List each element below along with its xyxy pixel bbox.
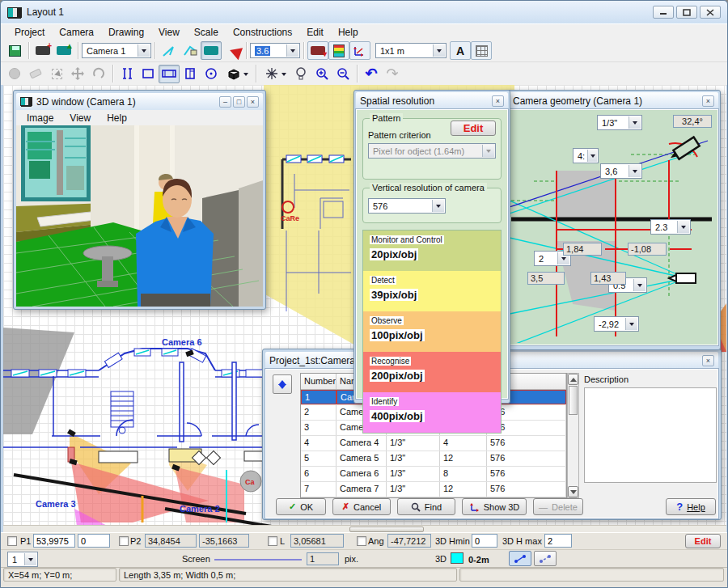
circle-tool-button[interactable] <box>201 65 222 83</box>
grid-size-select[interactable]: 1x1 m <box>375 43 447 58</box>
ang-checkbox[interactable] <box>357 536 366 546</box>
maximize-button[interactable] <box>676 6 697 19</box>
status-dimensions: Length 3,35 m; Width 0,5 m; <box>119 568 457 582</box>
band-observe[interactable]: Observe100pix/obj <box>363 311 501 352</box>
menu-view[interactable]: View <box>151 25 187 40</box>
pattern-edit-button[interactable]: Edit <box>451 121 496 136</box>
load-camera-button[interactable]: ▲ <box>53 41 74 60</box>
save-button[interactable] <box>4 41 25 60</box>
hmax-input[interactable] <box>544 534 572 548</box>
band-identify[interactable]: Identify400pix/obj <box>363 392 501 433</box>
resolution-scale-button[interactable] <box>328 41 349 60</box>
sensor-format-select[interactable]: 1/3" <box>597 115 642 130</box>
menu-scale[interactable]: Scale <box>187 25 226 40</box>
table-scrollbar[interactable] <box>567 373 579 498</box>
hmin-input[interactable] <box>472 534 497 548</box>
menu-constructions[interactable]: Constructions <box>226 25 299 40</box>
viewport3d-minimize-button[interactable]: – <box>219 96 231 108</box>
view-cone-button[interactable] <box>222 41 243 60</box>
angle-tool-icon[interactable] <box>159 41 180 60</box>
viewport3d-menu-help[interactable]: Help <box>99 111 134 125</box>
menu-edit[interactable]: Edit <box>299 25 331 40</box>
zoom-in-button[interactable] <box>311 65 332 83</box>
viewport3d-scene[interactable] <box>16 125 263 307</box>
snap-mode-button[interactable] <box>260 65 290 83</box>
cancel-button[interactable]: ✗Cancel <box>332 498 391 515</box>
menu-project[interactable]: Project <box>7 25 52 40</box>
drawing-canvas[interactable]: CaRe <box>3 85 726 525</box>
canvas-hscrollbar[interactable] <box>3 525 726 532</box>
col-number[interactable]: Number <box>301 374 336 389</box>
range-color-swatch[interactable] <box>451 552 463 564</box>
l-checkbox[interactable] <box>268 536 277 546</box>
help-button[interactable]: ?Help <box>666 498 716 515</box>
text-tool-button[interactable]: A <box>450 41 471 60</box>
menu-camera[interactable]: Camera <box>52 25 101 40</box>
ok-button[interactable]: ✓OK <box>276 498 326 515</box>
door-tool-button[interactable] <box>180 65 201 83</box>
find-button[interactable]: Find <box>397 498 455 515</box>
dim-a-readout: 3,5 <box>527 272 565 285</box>
description-textarea[interactable] <box>584 387 717 483</box>
minimize-button[interactable] <box>653 6 674 19</box>
table-row[interactable]: 5Camera 51/3"12576 <box>301 451 566 467</box>
app-icon <box>7 7 22 18</box>
aspect-ratio-select[interactable]: 4: <box>573 148 599 163</box>
focal-length-geom-select[interactable]: 3,6 <box>600 163 642 179</box>
vres-group: Vertical resolution of camera 576 <box>362 188 502 223</box>
camera-select[interactable]: Camera 1 <box>82 43 151 58</box>
menu-drawing[interactable]: Drawing <box>101 25 151 40</box>
status-coordinates: X=54 m; Y=0 m; <box>3 568 116 582</box>
viewport3d-window: 3D window (Camera 1) – □ × Image View He… <box>13 90 266 310</box>
p2-checkbox[interactable] <box>119 536 129 546</box>
layer-select[interactable]: 1 <box>7 552 38 567</box>
column-tool-button[interactable] <box>116 65 138 83</box>
grid-toggle-button[interactable] <box>471 41 492 60</box>
spatial-close-button[interactable]: × <box>492 95 504 107</box>
geometry-diagram[interactable]: 1/3" 32,4° 4: 3,6 2.3 2 0.5 -2,92 1,84 -… <box>509 109 718 345</box>
geometry-close-button[interactable]: × <box>702 95 714 107</box>
stop-button <box>4 65 25 83</box>
p1-checkbox[interactable] <box>7 536 17 546</box>
table-row[interactable]: 6Camera 61/3"8576 <box>301 467 566 482</box>
l-label: L <box>280 536 285 546</box>
viewport3d-menu-view[interactable]: View <box>62 111 98 125</box>
edit-button[interactable]: Edit <box>685 534 721 548</box>
focal-length-select[interactable]: 3.6 <box>250 43 300 58</box>
view-angle-readout: 32,4° <box>673 115 712 128</box>
band-monitor[interactable]: Monitor and Control20pix/obj <box>363 231 501 271</box>
measure-mode-button[interactable] <box>534 551 557 566</box>
proj-a-readout: 1,84 <box>563 243 602 256</box>
l-readout <box>290 534 344 548</box>
undo-button[interactable]: ↶ <box>361 65 382 83</box>
close-button[interactable] <box>700 6 721 19</box>
height-select[interactable]: 2.3 <box>650 219 691 235</box>
viewport3d-maximize-button[interactable]: □ <box>233 96 245 108</box>
distance-select[interactable]: -2,92 <box>594 316 639 332</box>
measure-mode-button-active[interactable] <box>509 551 531 566</box>
band-recognise[interactable]: Recognise200pix/obj <box>363 352 501 392</box>
menu-help[interactable]: Help <box>331 25 366 40</box>
axes-2d-button[interactable] <box>349 41 370 60</box>
table-row[interactable]: 4Camera 41/3"4576 <box>301 436 566 451</box>
print-camera-button[interactable]: ▾ <box>307 41 328 60</box>
p1-x-input[interactable] <box>33 534 75 548</box>
viewport3d-close-button[interactable]: × <box>247 96 259 108</box>
camera-tool-button[interactable] <box>201 41 222 60</box>
table-row[interactable]: 7Camera 71/3"12576 <box>301 482 566 497</box>
vres-select[interactable]: 576 <box>368 198 446 214</box>
viewport3d-menu-image[interactable]: Image <box>19 111 61 125</box>
camera-list-close-button[interactable]: × <box>702 355 714 366</box>
sort-button[interactable] <box>273 374 292 394</box>
app-window: Layout 1 Project Camera Drawing View Sca… <box>0 0 728 588</box>
show-3d-button[interactable]: Show 3D <box>462 498 527 515</box>
polygon-tool-icon[interactable] <box>180 41 201 60</box>
window-tool-button[interactable] <box>159 65 180 83</box>
box3d-tool-button[interactable] <box>222 65 252 83</box>
add-camera-button[interactable]: + <box>32 41 53 60</box>
light-tool-button[interactable] <box>290 65 311 83</box>
p1-y-input[interactable] <box>78 534 110 548</box>
zoom-out-button[interactable] <box>332 65 353 83</box>
rect-tool-button[interactable] <box>138 65 159 83</box>
band-detect[interactable]: Detect39pix/obj <box>363 271 501 311</box>
